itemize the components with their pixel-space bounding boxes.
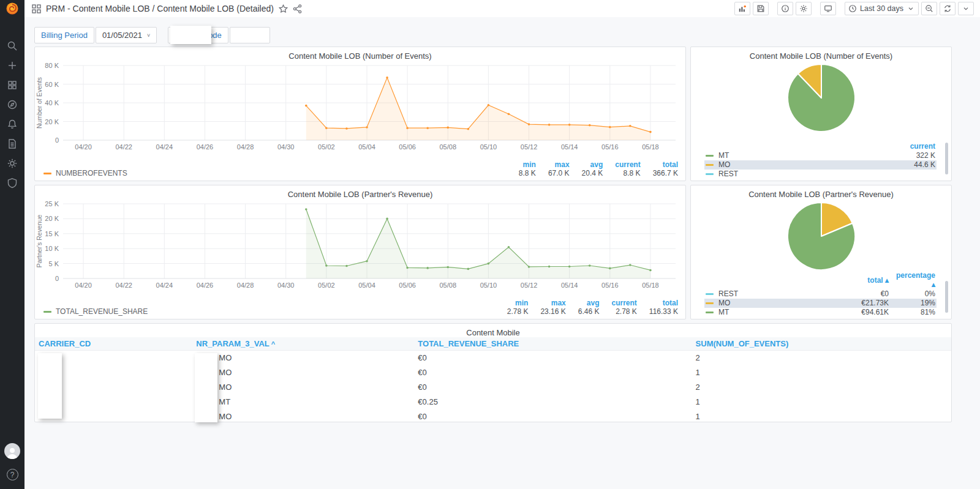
grafana-logo-icon (6, 2, 19, 15)
redaction-overlay (170, 26, 211, 44)
table-cell: €0.25 (414, 394, 692, 409)
billing-period-select[interactable]: 01/05/2021 ˅ (96, 27, 157, 43)
panel-title[interactable]: Content Mobile LOB (Partner's Revenue) (35, 185, 685, 199)
legend-label: MO (718, 160, 730, 170)
line-chart[interactable]: 04/2004/2204/2404/2604/2804/3005/0205/04… (35, 61, 677, 154)
panel-title[interactable]: Content Mobile LOB (Partner's Revenue) (691, 185, 951, 199)
stat-value: 2.78 K (600, 307, 637, 316)
refresh-button[interactable] (940, 2, 956, 15)
legend-item[interactable]: MO (706, 160, 889, 170)
stat-value: 6.46 K (566, 307, 600, 316)
table-cell: €0 (414, 350, 692, 365)
sidebar-item-configuration[interactable] (7, 158, 18, 169)
legend-item[interactable]: MT (706, 308, 842, 317)
table-column-header[interactable]: NR_PARAM_3_VAL ^ (192, 337, 414, 350)
help-button[interactable]: ? (7, 469, 18, 480)
series-name: TOTAL_REVENUE_SHARE (56, 307, 148, 316)
panel-title[interactable]: Content Mobile LOB (Number of Events) (35, 47, 685, 61)
table-column-header[interactable]: CARRIER_CD (35, 337, 192, 350)
zoom-out-button[interactable] (921, 2, 937, 15)
table-column-header[interactable]: SUM(NUM_OF_EVENTS) (692, 337, 951, 350)
navbar: PRM - Content Mobile LOB / Content Mobil… (24, 0, 980, 17)
line-chart[interactable]: 04/2004/2204/2404/2604/2804/3005/0205/04… (35, 199, 677, 292)
time-range-picker[interactable]: Last 30 days (845, 2, 919, 15)
billing-period-label: Billing Period (34, 27, 94, 43)
user-avatar[interactable] (4, 443, 20, 459)
svg-text:Partner's Revenue: Partner's Revenue (36, 215, 43, 268)
stat-value: 20.4 K (570, 169, 603, 177)
panel-title[interactable]: Content Mobile LOB (Number of Events) (691, 47, 951, 61)
legend-item[interactable]: REST (706, 170, 889, 179)
table-cell: €0 (414, 365, 692, 379)
star-icon[interactable] (279, 4, 288, 13)
sidebar-item-search[interactable] (7, 40, 18, 51)
svg-text:Number of Events: Number of Events (36, 77, 43, 129)
panel-title[interactable]: Content Mobile (35, 324, 951, 337)
series-legend[interactable]: TOTAL_REVENUE_SHARE (43, 307, 148, 316)
pie-chart[interactable] (785, 62, 858, 134)
table-cell: MO (192, 365, 414, 379)
table-cell: €0 (414, 379, 692, 394)
svg-text:05/14: 05/14 (561, 143, 578, 151)
legend-item[interactable]: MT (706, 151, 889, 160)
svg-text:05/18: 05/18 (642, 143, 659, 151)
legend-item[interactable]: MO (706, 299, 842, 308)
stat-value: 67.0 K (536, 169, 570, 177)
zoom-out-icon (925, 4, 933, 13)
monitor-icon (824, 4, 832, 13)
legend-scrollbar[interactable] (945, 281, 948, 313)
info-button[interactable] (777, 2, 793, 15)
stat-header: avg (570, 160, 603, 169)
legend-row: REST (704, 170, 937, 179)
stat-value: 8.8 K (507, 169, 536, 177)
person-icon (6, 446, 19, 459)
share-icon[interactable] (293, 4, 302, 13)
chevron-down-icon (962, 4, 970, 13)
svg-text:25 K: 25 K (45, 200, 59, 207)
table-cell: 2 (692, 350, 951, 365)
add-panel-button[interactable] (734, 2, 750, 15)
svg-text:05/08: 05/08 (440, 143, 457, 151)
svg-text:05/04: 05/04 (358, 282, 375, 289)
legend-column-header[interactable]: percentage ▴ (890, 271, 937, 289)
sidebar-item-server-admin[interactable] (7, 177, 18, 189)
svg-text:05/10: 05/10 (480, 143, 497, 151)
refresh-interval-dropdown[interactable] (958, 2, 974, 15)
sidebar-item-create[interactable] (7, 60, 18, 71)
stat-header: min (507, 160, 536, 169)
table-column-header[interactable]: TOTAL_REVENUE_SHARE (414, 337, 692, 350)
legend-column-header[interactable]: total ▴ (843, 271, 890, 289)
table-cell: MO (192, 409, 414, 422)
series-legend[interactable]: NUMBEROFEVENTS (43, 169, 127, 177)
sidebar-item-explore[interactable] (7, 99, 18, 110)
dashboard-content: Billing Period 01/05/2021 ˅ Partnet Code… (34, 27, 952, 422)
legend-column-header[interactable]: current (890, 142, 937, 151)
svg-text:15 K: 15 K (45, 230, 59, 237)
legend-value: 0% (890, 289, 937, 299)
tv-mode-button[interactable] (820, 2, 836, 15)
shield-icon (7, 177, 18, 189)
svg-text:04/22: 04/22 (115, 143, 132, 151)
svg-text:40 K: 40 K (45, 99, 59, 106)
legend-item[interactable]: REST (706, 289, 842, 299)
bell-icon (7, 119, 18, 130)
dashboard-settings-button[interactable] (796, 2, 812, 15)
legend-scrollbar[interactable] (945, 143, 948, 174)
sidebar-item-reports[interactable] (7, 138, 18, 149)
svg-text:05/02: 05/02 (318, 143, 335, 151)
legend-value: €0 (843, 289, 890, 299)
panel-content-mobile-table: Content Mobile CARRIER_CDNR_PARAM_3_VAL … (34, 323, 952, 422)
stat-header: min (495, 299, 529, 307)
svg-text:05/10: 05/10 (480, 282, 497, 289)
save-dashboard-button[interactable] (753, 2, 769, 15)
gear-icon (799, 4, 808, 13)
sidebar-item-dashboards[interactable] (7, 80, 18, 91)
grafana-logo[interactable] (0, 0, 24, 17)
dashboard-title: PRM - Content Mobile LOB / Content Mobil… (46, 4, 274, 13)
partner-code-select[interactable] (230, 27, 270, 43)
sidebar-item-alerting[interactable] (7, 119, 18, 130)
dashboards-icon (7, 80, 18, 91)
pie-chart[interactable] (785, 200, 858, 272)
stat-value: 23.16 K (528, 307, 565, 316)
info-icon (781, 4, 790, 13)
